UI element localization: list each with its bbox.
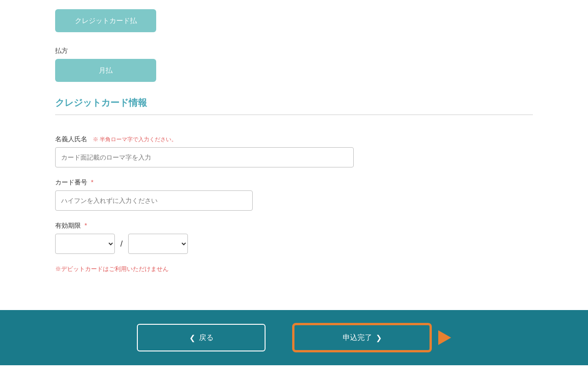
payment-cycle-button[interactable]: 月払 [55,59,156,82]
cardholder-required-note: ※ 半角ローマ字で入力ください。 [93,136,177,143]
back-button[interactable]: ❮ 戻る [137,324,266,351]
card-number-label: カード番号 * [55,178,533,187]
credit-card-section-title: クレジットカード情報 [55,97,147,109]
payment-method-button[interactable]: クレジットカード払 [55,9,156,32]
cardholder-label: 名義人氏名 ※ 半角ローマ字で入力ください。 [55,135,533,144]
card-number-input[interactable] [55,190,253,211]
chevron-left-icon: ❮ [189,334,195,342]
submit-button[interactable]: 申込完了 ❯ [293,324,431,351]
action-bar: ❮ 戻る 申込完了 ❯ [0,310,588,365]
page-top-area: PAGE TOP [0,365,588,368]
expiry-slash: / [120,239,123,249]
orange-arrow-icon [438,330,451,345]
chevron-right-icon: ❯ [376,334,382,342]
payment-cycle-field-label: 払方 [55,47,533,55]
expiry-year-select[interactable]: 2024 2025 2026 2027 2028 2029 2030 2031 … [128,234,188,254]
expiry-month-select[interactable]: 01 02 03 04 05 06 07 08 09 10 11 12 [55,234,115,254]
debit-note: ※デビットカードはご利用いただけません [55,265,533,273]
submit-wrapper: 申込完了 ❯ [293,324,451,351]
expiry-label: 有効期限 * [55,222,533,230]
cardholder-input[interactable] [55,147,354,167]
